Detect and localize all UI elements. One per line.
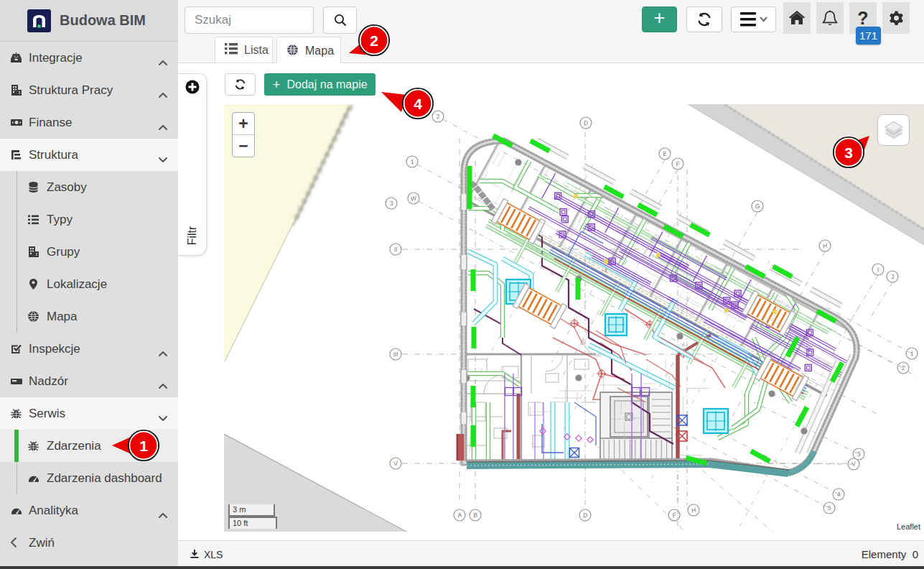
svg-text:4: 4 (414, 96, 422, 112)
svg-text:2: 2 (370, 32, 378, 49)
svg-text:3: 3 (844, 144, 853, 161)
svg-text:1: 1 (139, 438, 148, 454)
